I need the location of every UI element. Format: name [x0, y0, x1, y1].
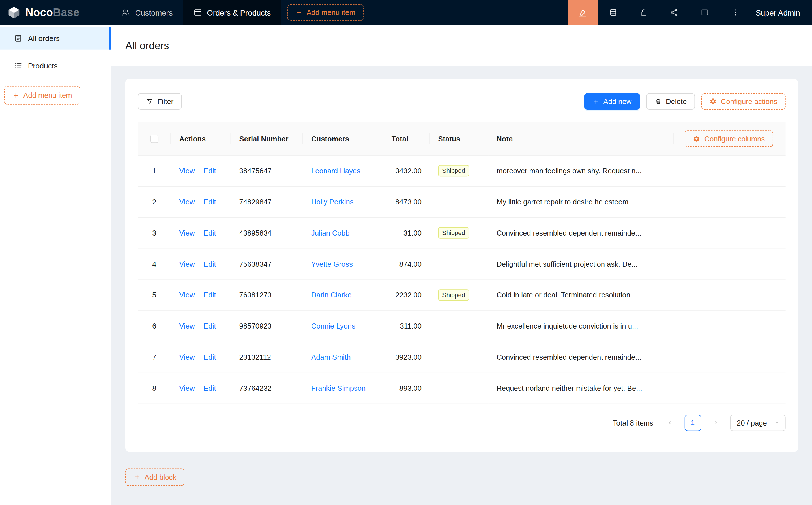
edit-link[interactable]: Edit: [204, 260, 216, 268]
total-cell: 8473.00: [383, 186, 430, 217]
sidebar-item-all-orders[interactable]: All orders: [0, 27, 111, 50]
table-grid-icon: [193, 8, 202, 16]
select-all-checkbox[interactable]: [150, 135, 158, 143]
top-navbar: NocoBase Customers Orders & Produ: [0, 0, 812, 25]
view-link[interactable]: View: [179, 198, 195, 206]
table-row[interactable]: 2 ViewEdit 74829847 Holly Perkins 8473.0…: [138, 186, 786, 217]
ui-editor-button[interactable]: [567, 0, 597, 25]
customer-link[interactable]: Darin Clarke: [311, 291, 352, 299]
customer-link[interactable]: Frankie Simpson: [311, 384, 366, 392]
sidebar-item-products[interactable]: Products: [0, 54, 111, 77]
table-toolbar: Filter Add new: [138, 93, 786, 110]
column-header-note: Note: [488, 122, 674, 155]
delete-button[interactable]: Delete: [646, 93, 695, 110]
more-button[interactable]: [720, 0, 750, 25]
logo-text-noco: Noco: [25, 6, 53, 18]
serial-number-cell: 38475647: [231, 155, 303, 186]
view-link[interactable]: View: [179, 353, 195, 361]
table-row[interactable]: 1 ViewEdit 38475647 Leonard Hayes 3432.0…: [138, 155, 786, 186]
status-tag: Shipped: [438, 165, 469, 176]
highlighter-icon: [578, 8, 587, 17]
serial-number-cell: 23132112: [231, 342, 303, 373]
app-logo[interactable]: NocoBase: [0, 0, 112, 25]
edit-link[interactable]: Edit: [204, 322, 216, 330]
plus-icon: [134, 474, 140, 480]
edit-link[interactable]: Edit: [204, 167, 216, 175]
page-size-select[interactable]: 20 / page: [730, 414, 786, 431]
edit-link[interactable]: Edit: [204, 198, 216, 206]
view-link[interactable]: View: [179, 291, 195, 299]
add-new-button[interactable]: Add new: [584, 93, 640, 110]
layout-button[interactable]: [689, 0, 720, 25]
customer-link[interactable]: Holly Perkins: [311, 198, 354, 206]
main-content: All orders Filter: [112, 25, 812, 505]
add-menu-item-label: Add menu item: [306, 8, 355, 16]
table-row[interactable]: 4 ViewEdit 75638347 Yvette Gross 874.00 …: [138, 248, 786, 280]
total-cell: 3432.00: [383, 155, 430, 186]
view-link[interactable]: View: [179, 260, 195, 268]
add-menu-item-button-topnav[interactable]: Add menu item: [287, 4, 364, 21]
view-link[interactable]: View: [179, 384, 195, 392]
note-cell: Delightful met sufficient projection ask…: [488, 248, 674, 280]
view-link[interactable]: View: [179, 167, 195, 175]
status-tag: Shipped: [438, 227, 469, 239]
lock-icon: [640, 8, 648, 16]
column-header-actions: Actions: [171, 122, 231, 155]
share-nodes-icon: [670, 8, 678, 16]
nav-item-customers[interactable]: Customers: [112, 0, 183, 25]
edit-link[interactable]: Edit: [204, 291, 216, 299]
add-block-button[interactable]: Add block: [125, 468, 185, 486]
customer-link[interactable]: Connie Lyons: [311, 322, 355, 330]
table-row[interactable]: 6 ViewEdit 98570923 Connie Lyons 311.00 …: [138, 311, 786, 342]
share-nodes-button[interactable]: [659, 0, 689, 25]
pagination-prev-button[interactable]: [662, 414, 678, 431]
user-menu[interactable]: Super Admin: [750, 8, 812, 17]
edit-link[interactable]: Edit: [204, 384, 216, 392]
customer-link[interactable]: Julian Cobb: [311, 229, 350, 237]
configure-columns-button[interactable]: Configure columns: [685, 130, 773, 147]
sidebar-item-label: Products: [28, 62, 58, 70]
row-index: 3: [152, 229, 156, 237]
nocobase-logo-icon: [7, 6, 21, 19]
row-index: 4: [152, 260, 156, 268]
configure-actions-button[interactable]: Configure actions: [701, 93, 785, 110]
table-header-row: Actions Serial Number Customers Total St…: [138, 122, 786, 155]
row-index: 5: [152, 291, 156, 299]
book-button[interactable]: [597, 0, 628, 25]
table-row[interactable]: 5 ViewEdit 76381273 Darin Clarke 2232.00…: [138, 279, 786, 311]
pagination-page-1[interactable]: 1: [684, 414, 701, 431]
orders-file-icon: [14, 34, 22, 42]
serial-number-cell: 74829847: [231, 186, 303, 217]
divider: [199, 322, 199, 330]
page-size-value: 20 / page: [737, 418, 767, 427]
view-link[interactable]: View: [179, 229, 195, 237]
table-row[interactable]: 7 ViewEdit 23132112 Adam Smith 3923.00 C…: [138, 342, 786, 373]
lock-button[interactable]: [628, 0, 659, 25]
customer-link[interactable]: Adam Smith: [311, 353, 351, 361]
add-menu-item-button-sidebar[interactable]: Add menu item: [4, 86, 80, 105]
edit-link[interactable]: Edit: [204, 353, 216, 361]
customer-link[interactable]: Yvette Gross: [311, 260, 353, 268]
filter-button[interactable]: Filter: [138, 93, 182, 110]
divider: [199, 167, 199, 174]
customer-link[interactable]: Leonard Hayes: [311, 167, 361, 175]
nav-item-label: Orders & Products: [207, 8, 271, 17]
nav-item-orders-products[interactable]: Orders & Products: [183, 0, 281, 25]
divider: [199, 291, 199, 299]
divider: [199, 198, 199, 205]
page-content: Filter Add new: [112, 66, 812, 505]
edit-link[interactable]: Edit: [204, 229, 216, 237]
add-menu-item-label: Add menu item: [23, 91, 72, 99]
view-link[interactable]: View: [179, 322, 195, 330]
pagination-next-button[interactable]: [707, 414, 724, 431]
orders-table-body: 1 ViewEdit 38475647 Leonard Hayes 3432.0…: [138, 155, 786, 404]
orders-table-block: Filter Add new: [125, 78, 798, 452]
trash-icon: [654, 98, 662, 105]
table-row[interactable]: 8 ViewEdit 73764232 Frankie Simpson 893.…: [138, 373, 786, 404]
table-row[interactable]: 3 ViewEdit 43895834 Julian Cobb 31.00 Sh…: [138, 217, 786, 248]
column-header-serial-number: Serial Number: [231, 122, 303, 155]
add-new-button-label: Add new: [603, 97, 632, 106]
chevron-down-icon: [774, 419, 780, 425]
divider: [199, 261, 199, 268]
customers-icon: [122, 8, 130, 16]
